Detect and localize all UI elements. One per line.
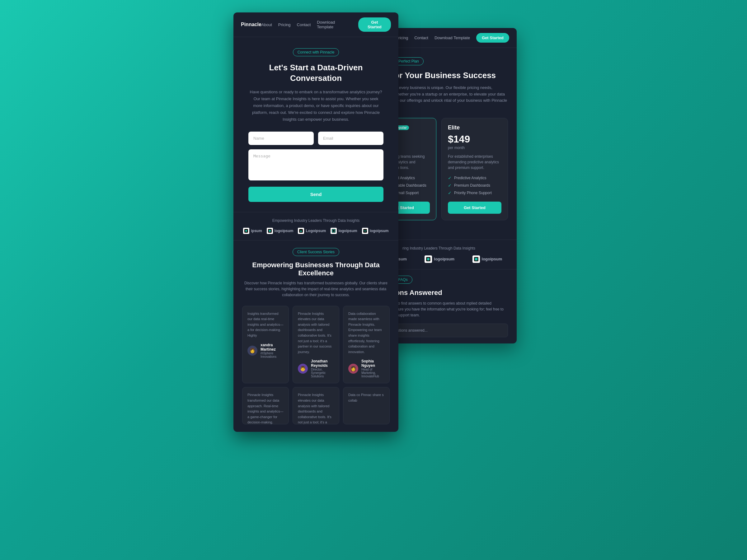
testimonials-badge: Client Success Stories bbox=[292, 248, 339, 256]
front-nav-contact[interactable]: Contact bbox=[297, 22, 311, 27]
svg-point-2 bbox=[427, 258, 430, 260]
testimonial-text-5: Pinnacle Insights elevates our data anal… bbox=[298, 392, 334, 424]
avatar-3: 👩 bbox=[348, 364, 358, 374]
nav-download-link[interactable]: Download Template bbox=[435, 35, 470, 40]
avatar-1: 👩 bbox=[248, 346, 257, 355]
front-logo-4: logoipsum bbox=[331, 228, 357, 234]
testimonial-card-6: Data co Pinnac share s collab bbox=[343, 387, 390, 424]
logo-name-3: logoipsum bbox=[482, 257, 503, 261]
brand-logo: Pinnacle bbox=[241, 22, 261, 27]
elite-desc: For established enterprises demanding pr… bbox=[448, 154, 501, 170]
check-icon-e2: ✓ bbox=[448, 183, 452, 188]
front-logo-5: logoipsum bbox=[362, 228, 389, 234]
front-logo-name-5: logoipsum bbox=[370, 229, 389, 233]
author-title-2: Director, Synergetic Solutions bbox=[311, 368, 334, 378]
front-nav-about[interactable]: About bbox=[261, 22, 272, 27]
testimonial-text-1: Insights transformed our data real-time … bbox=[248, 311, 284, 339]
elite-period: per month bbox=[448, 145, 501, 150]
front-logo-name-3: Logoipsum bbox=[306, 229, 326, 233]
elite-get-started-button[interactable]: Get Started bbox=[448, 202, 501, 214]
elite-feature-3: ✓Priority Phone Support bbox=[448, 190, 501, 195]
check-icon-e1: ✓ bbox=[448, 176, 452, 181]
front-logo-1: ipsum bbox=[243, 228, 262, 234]
front-nav-cta[interactable]: Get Started bbox=[358, 18, 391, 32]
front-panel-nav: Pinnacle About Pricing Contact Download … bbox=[233, 12, 398, 37]
nav-links: About Pricing Contact Download Template … bbox=[261, 18, 391, 32]
logo-name-2: logoipsum bbox=[434, 257, 455, 261]
author-title-3: Head of Marketing, InnovateHub bbox=[361, 368, 384, 378]
front-logo-icon-2 bbox=[267, 228, 273, 234]
send-button[interactable]: Send bbox=[248, 187, 383, 202]
front-logo-icon-5 bbox=[362, 228, 368, 234]
svg-point-6 bbox=[245, 230, 247, 232]
contact-title: Let's Start a Data-Driven Conversation bbox=[248, 62, 383, 84]
elite-price: $149 bbox=[448, 133, 501, 145]
logo-item-3: logoipsum bbox=[472, 256, 503, 263]
email-input[interactable] bbox=[318, 132, 383, 145]
front-nav-download[interactable]: Download Template bbox=[317, 20, 352, 29]
scene: About Pricing Contact Download Template … bbox=[233, 12, 514, 324]
logos-section-front: Empowering Industry Leaders Through Data… bbox=[233, 212, 398, 240]
testimonial-card-1: Insights transformed our data real-time … bbox=[242, 306, 289, 383]
front-logo-name-4: logoipsum bbox=[338, 229, 357, 233]
testimonial-card-5: Pinnacle Insights elevates our data anal… bbox=[292, 387, 339, 424]
front-logo-3: Logoipsum bbox=[298, 228, 326, 234]
logo-item-2: logoipsum bbox=[424, 256, 455, 263]
logos-label-front: Empowering Industry Leaders Through Data… bbox=[242, 218, 390, 223]
contact-badge: Connect with Pinnacle bbox=[293, 48, 339, 56]
author-name-1: xandra Martinez bbox=[260, 343, 284, 351]
nav-contact-link[interactable]: Contact bbox=[414, 35, 428, 40]
author-info-1: xandra Martinez rhSphere Innovations bbox=[260, 343, 284, 358]
testimonial-text-4: Pinnacle Insights transformed our data a… bbox=[248, 392, 284, 424]
testimonial-card-4: Pinnacle Insights transformed our data a… bbox=[242, 387, 289, 424]
testimonial-text-3: Data collaboration made seamless with Pi… bbox=[348, 311, 384, 355]
testimonials-grid-row2: Pinnacle Insights transformed our data a… bbox=[242, 387, 390, 424]
check-icon-e3: ✓ bbox=[448, 190, 452, 195]
author-title-1: rhSphere Innovations bbox=[260, 351, 284, 358]
author-3: 👩 Sophia Nguyen Head of Marketing, Innov… bbox=[348, 359, 384, 378]
author-info-2: Jonathan Reynolds Director, Synergetic S… bbox=[311, 359, 334, 378]
elite-feature-1: ✓Predictive Analytics bbox=[448, 176, 501, 181]
contact-section: Connect with Pinnacle Let's Start a Data… bbox=[233, 37, 398, 212]
testimonials-title: Empowering Businesses Through Data Excel… bbox=[242, 261, 390, 277]
author-2: 👨 Jonathan Reynolds Director, Synergetic… bbox=[298, 359, 334, 378]
front-logo-name-1: ipsum bbox=[251, 229, 262, 233]
author-info-3: Sophia Nguyen Head of Marketing, Innovat… bbox=[361, 359, 384, 378]
testimonial-card-2: Pinnacle Insights elevates our data anal… bbox=[292, 306, 339, 383]
front-logo-icon-4 bbox=[331, 228, 337, 234]
logo-icon-3 bbox=[472, 256, 480, 263]
front-panel: Pinnacle About Pricing Contact Download … bbox=[233, 12, 398, 432]
testimonials-grid-row1: Insights transformed our data real-time … bbox=[242, 306, 390, 383]
name-input[interactable] bbox=[248, 132, 314, 145]
testimonials-desc: Discover how Pinnacle Insights has trans… bbox=[242, 280, 390, 298]
elite-feature-2: ✓Premium Dashboards bbox=[448, 183, 501, 188]
contact-desc: Have questions or ready to embark on a t… bbox=[248, 89, 383, 123]
elite-features: ✓Predictive Analytics ✓Premium Dashboard… bbox=[448, 176, 501, 195]
front-logo-name-2: logoipsum bbox=[275, 229, 293, 233]
message-textarea[interactable] bbox=[248, 149, 383, 181]
elite-card-header: Elite bbox=[448, 125, 501, 131]
elite-plan-name: Elite bbox=[448, 125, 460, 131]
front-logo-icon-1 bbox=[243, 228, 249, 234]
svg-rect-11 bbox=[363, 229, 367, 233]
testimonial-text-6: Data co Pinnac share s collab bbox=[348, 392, 384, 403]
svg-rect-4 bbox=[475, 258, 478, 260]
logo-icon-2 bbox=[424, 256, 432, 263]
testimonials-section: Client Success Stories Empowering Busine… bbox=[233, 240, 398, 432]
contact-form-row1 bbox=[248, 132, 383, 145]
front-logo-icon-3 bbox=[298, 228, 304, 234]
nav-get-started-button[interactable]: Get Started bbox=[476, 33, 509, 43]
author-1: 👩 xandra Martinez rhSphere Innovations bbox=[248, 343, 284, 358]
testimonial-card-3: Data collaboration made seamless with Pi… bbox=[343, 306, 390, 383]
logos-row-front: ipsum logoipsum Logoipsum bbox=[242, 228, 390, 234]
author-name-2: Jonathan Reynolds bbox=[311, 359, 334, 368]
front-logo-2: logoipsum bbox=[267, 228, 293, 234]
elite-plan-card: Elite $149 per month For established ent… bbox=[441, 118, 508, 220]
author-name-3: Sophia Nguyen bbox=[361, 359, 384, 368]
front-nav-pricing[interactable]: Pricing bbox=[278, 22, 291, 27]
testimonial-text-2: Pinnacle Insights elevates our data anal… bbox=[298, 311, 334, 355]
avatar-2: 👨 bbox=[298, 364, 308, 374]
